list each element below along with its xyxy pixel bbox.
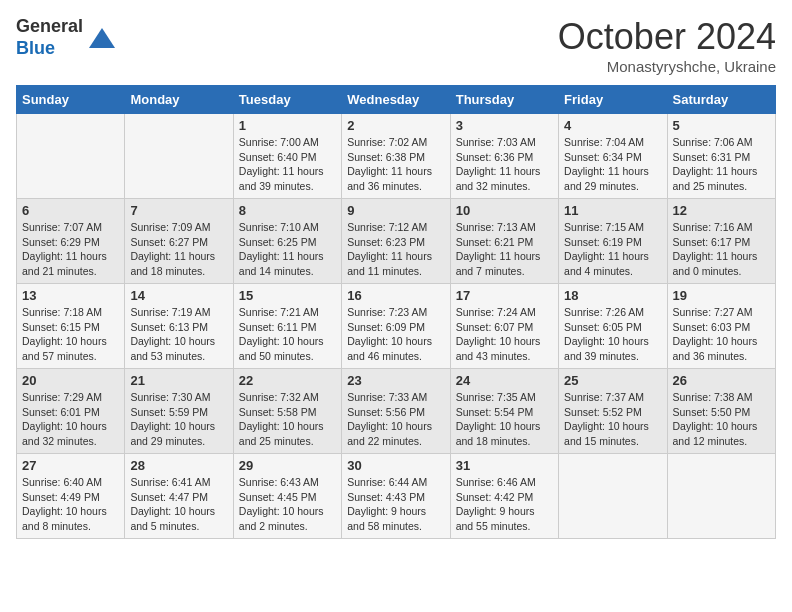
logo-blue: Blue xyxy=(16,38,55,58)
location: Monastyryshche, Ukraine xyxy=(558,58,776,75)
day-number: 7 xyxy=(130,203,227,218)
day-info: Sunrise: 7:12 AMSunset: 6:23 PMDaylight:… xyxy=(347,220,444,279)
logo-general: General xyxy=(16,16,83,36)
day-number: 25 xyxy=(564,373,661,388)
calendar-week-2: 6Sunrise: 7:07 AMSunset: 6:29 PMDaylight… xyxy=(17,199,776,284)
day-number: 23 xyxy=(347,373,444,388)
day-info: Sunrise: 7:23 AMSunset: 6:09 PMDaylight:… xyxy=(347,305,444,364)
day-info: Sunrise: 7:04 AMSunset: 6:34 PMDaylight:… xyxy=(564,135,661,194)
day-number: 28 xyxy=(130,458,227,473)
calendar-cell: 4Sunrise: 7:04 AMSunset: 6:34 PMDaylight… xyxy=(559,114,667,199)
calendar-week-5: 27Sunrise: 6:40 AMSunset: 4:49 PMDayligh… xyxy=(17,454,776,539)
day-number: 5 xyxy=(673,118,770,133)
calendar-cell: 24Sunrise: 7:35 AMSunset: 5:54 PMDayligh… xyxy=(450,369,558,454)
day-header-saturday: Saturday xyxy=(667,86,775,114)
day-info: Sunrise: 6:43 AMSunset: 4:45 PMDaylight:… xyxy=(239,475,336,534)
calendar-cell: 2Sunrise: 7:02 AMSunset: 6:38 PMDaylight… xyxy=(342,114,450,199)
day-info: Sunrise: 7:19 AMSunset: 6:13 PMDaylight:… xyxy=(130,305,227,364)
day-header-thursday: Thursday xyxy=(450,86,558,114)
calendar-cell: 8Sunrise: 7:10 AMSunset: 6:25 PMDaylight… xyxy=(233,199,341,284)
calendar-cell xyxy=(125,114,233,199)
day-number: 8 xyxy=(239,203,336,218)
calendar-cell: 29Sunrise: 6:43 AMSunset: 4:45 PMDayligh… xyxy=(233,454,341,539)
calendar-cell: 1Sunrise: 7:00 AMSunset: 6:40 PMDaylight… xyxy=(233,114,341,199)
calendar-header-row: SundayMondayTuesdayWednesdayThursdayFrid… xyxy=(17,86,776,114)
calendar-cell: 23Sunrise: 7:33 AMSunset: 5:56 PMDayligh… xyxy=(342,369,450,454)
calendar-cell: 6Sunrise: 7:07 AMSunset: 6:29 PMDaylight… xyxy=(17,199,125,284)
calendar-cell xyxy=(667,454,775,539)
calendar-cell: 12Sunrise: 7:16 AMSunset: 6:17 PMDayligh… xyxy=(667,199,775,284)
day-number: 3 xyxy=(456,118,553,133)
logo-text: General Blue xyxy=(16,16,83,59)
day-number: 17 xyxy=(456,288,553,303)
day-info: Sunrise: 7:27 AMSunset: 6:03 PMDaylight:… xyxy=(673,305,770,364)
calendar-cell: 27Sunrise: 6:40 AMSunset: 4:49 PMDayligh… xyxy=(17,454,125,539)
svg-marker-0 xyxy=(89,28,115,48)
day-number: 30 xyxy=(347,458,444,473)
day-number: 18 xyxy=(564,288,661,303)
day-info: Sunrise: 7:18 AMSunset: 6:15 PMDaylight:… xyxy=(22,305,119,364)
day-number: 21 xyxy=(130,373,227,388)
day-header-friday: Friday xyxy=(559,86,667,114)
day-info: Sunrise: 7:09 AMSunset: 6:27 PMDaylight:… xyxy=(130,220,227,279)
calendar-cell: 15Sunrise: 7:21 AMSunset: 6:11 PMDayligh… xyxy=(233,284,341,369)
day-number: 10 xyxy=(456,203,553,218)
calendar-cell: 26Sunrise: 7:38 AMSunset: 5:50 PMDayligh… xyxy=(667,369,775,454)
logo-icon xyxy=(87,23,117,53)
day-info: Sunrise: 7:06 AMSunset: 6:31 PMDaylight:… xyxy=(673,135,770,194)
day-number: 29 xyxy=(239,458,336,473)
day-info: Sunrise: 7:02 AMSunset: 6:38 PMDaylight:… xyxy=(347,135,444,194)
day-number: 12 xyxy=(673,203,770,218)
day-info: Sunrise: 7:00 AMSunset: 6:40 PMDaylight:… xyxy=(239,135,336,194)
day-number: 22 xyxy=(239,373,336,388)
day-info: Sunrise: 7:33 AMSunset: 5:56 PMDaylight:… xyxy=(347,390,444,449)
calendar-table: SundayMondayTuesdayWednesdayThursdayFrid… xyxy=(16,85,776,539)
day-info: Sunrise: 6:40 AMSunset: 4:49 PMDaylight:… xyxy=(22,475,119,534)
calendar-cell: 21Sunrise: 7:30 AMSunset: 5:59 PMDayligh… xyxy=(125,369,233,454)
calendar-cell: 5Sunrise: 7:06 AMSunset: 6:31 PMDaylight… xyxy=(667,114,775,199)
day-info: Sunrise: 7:21 AMSunset: 6:11 PMDaylight:… xyxy=(239,305,336,364)
calendar-cell: 31Sunrise: 6:46 AMSunset: 4:42 PMDayligh… xyxy=(450,454,558,539)
day-info: Sunrise: 7:30 AMSunset: 5:59 PMDaylight:… xyxy=(130,390,227,449)
day-header-monday: Monday xyxy=(125,86,233,114)
page-header: General Blue October 2024 Monastyryshche… xyxy=(16,16,776,75)
day-info: Sunrise: 7:37 AMSunset: 5:52 PMDaylight:… xyxy=(564,390,661,449)
month-title: October 2024 xyxy=(558,16,776,58)
day-info: Sunrise: 7:10 AMSunset: 6:25 PMDaylight:… xyxy=(239,220,336,279)
day-info: Sunrise: 7:03 AMSunset: 6:36 PMDaylight:… xyxy=(456,135,553,194)
calendar-cell: 14Sunrise: 7:19 AMSunset: 6:13 PMDayligh… xyxy=(125,284,233,369)
calendar-week-4: 20Sunrise: 7:29 AMSunset: 6:01 PMDayligh… xyxy=(17,369,776,454)
day-number: 11 xyxy=(564,203,661,218)
day-number: 24 xyxy=(456,373,553,388)
calendar-cell: 3Sunrise: 7:03 AMSunset: 6:36 PMDaylight… xyxy=(450,114,558,199)
calendar-cell: 25Sunrise: 7:37 AMSunset: 5:52 PMDayligh… xyxy=(559,369,667,454)
calendar-cell: 20Sunrise: 7:29 AMSunset: 6:01 PMDayligh… xyxy=(17,369,125,454)
day-info: Sunrise: 7:13 AMSunset: 6:21 PMDaylight:… xyxy=(456,220,553,279)
day-info: Sunrise: 6:46 AMSunset: 4:42 PMDaylight:… xyxy=(456,475,553,534)
day-number: 6 xyxy=(22,203,119,218)
day-number: 27 xyxy=(22,458,119,473)
calendar-cell: 13Sunrise: 7:18 AMSunset: 6:15 PMDayligh… xyxy=(17,284,125,369)
day-number: 4 xyxy=(564,118,661,133)
day-number: 20 xyxy=(22,373,119,388)
calendar-cell: 11Sunrise: 7:15 AMSunset: 6:19 PMDayligh… xyxy=(559,199,667,284)
day-info: Sunrise: 7:24 AMSunset: 6:07 PMDaylight:… xyxy=(456,305,553,364)
day-number: 1 xyxy=(239,118,336,133)
calendar-cell xyxy=(559,454,667,539)
calendar-cell: 10Sunrise: 7:13 AMSunset: 6:21 PMDayligh… xyxy=(450,199,558,284)
day-number: 19 xyxy=(673,288,770,303)
calendar-cell: 17Sunrise: 7:24 AMSunset: 6:07 PMDayligh… xyxy=(450,284,558,369)
title-area: October 2024 Monastyryshche, Ukraine xyxy=(558,16,776,75)
day-number: 13 xyxy=(22,288,119,303)
calendar-cell: 7Sunrise: 7:09 AMSunset: 6:27 PMDaylight… xyxy=(125,199,233,284)
calendar-cell xyxy=(17,114,125,199)
day-header-wednesday: Wednesday xyxy=(342,86,450,114)
day-number: 31 xyxy=(456,458,553,473)
calendar-cell: 28Sunrise: 6:41 AMSunset: 4:47 PMDayligh… xyxy=(125,454,233,539)
day-info: Sunrise: 7:07 AMSunset: 6:29 PMDaylight:… xyxy=(22,220,119,279)
calendar-cell: 9Sunrise: 7:12 AMSunset: 6:23 PMDaylight… xyxy=(342,199,450,284)
day-info: Sunrise: 7:16 AMSunset: 6:17 PMDaylight:… xyxy=(673,220,770,279)
day-number: 15 xyxy=(239,288,336,303)
day-header-sunday: Sunday xyxy=(17,86,125,114)
calendar-week-1: 1Sunrise: 7:00 AMSunset: 6:40 PMDaylight… xyxy=(17,114,776,199)
